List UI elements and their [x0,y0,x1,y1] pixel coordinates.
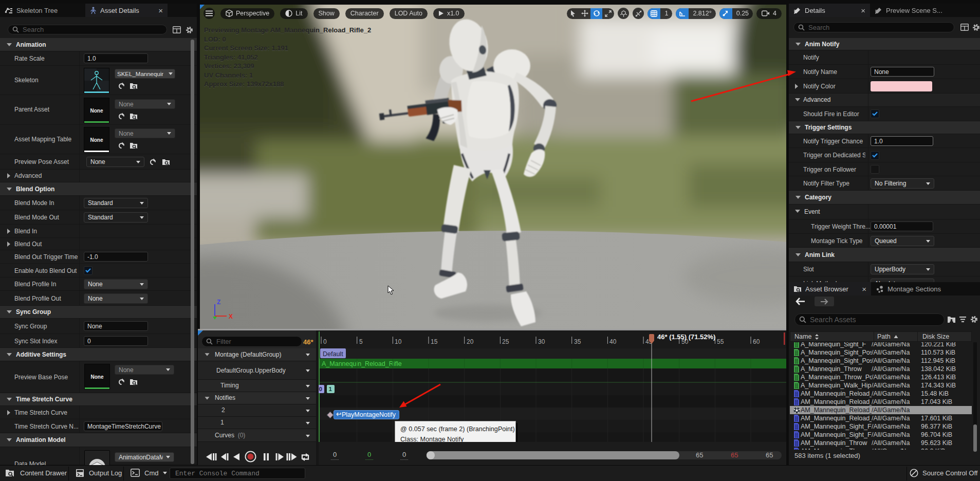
svg-text:0: 0 [323,338,327,345]
svg-text:40: 40 [609,338,617,345]
svg-text:A_Mannequin_Reload_Rifle: A_Mannequin_Reload_Rifle [322,360,402,367]
svg-text:1: 1 [329,386,332,392]
svg-text:Z: Z [217,299,220,306]
svg-text:46* (1.55) (71.52%): 46* (1.55) (71.52%) [657,333,715,341]
svg-text:0: 0 [319,386,322,392]
svg-text:20: 20 [467,338,474,345]
svg-text:30: 30 [538,338,545,345]
svg-text:X: X [229,313,233,320]
svg-text:60: 60 [753,338,760,345]
svg-text:15: 15 [431,338,438,345]
svg-text:35: 35 [574,338,581,345]
svg-text:25: 25 [502,338,509,345]
svg-text:Default: Default [323,350,343,358]
svg-text:5: 5 [359,338,363,345]
svg-text:55: 55 [717,338,724,345]
svg-text:10: 10 [395,338,402,345]
